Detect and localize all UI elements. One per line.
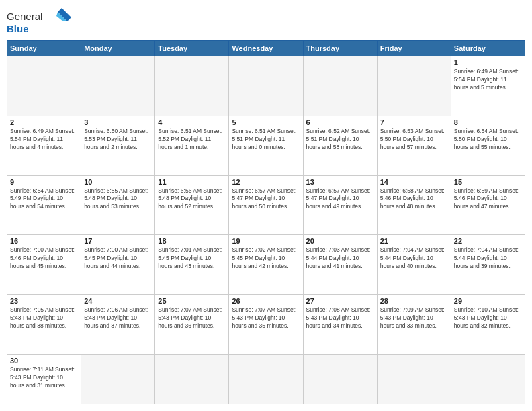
calendar-cell: 22Sunrise: 7:04 AM Sunset: 5:44 PM Dayli… <box>451 235 525 295</box>
day-info: Sunrise: 6:54 AM Sunset: 5:49 PM Dayligh… <box>10 187 78 212</box>
calendar-week-2: 9Sunrise: 6:54 AM Sunset: 5:49 PM Daylig… <box>7 175 525 235</box>
calendar-cell <box>7 56 81 116</box>
calendar-cell: 29Sunrise: 7:10 AM Sunset: 5:43 PM Dayli… <box>451 295 525 355</box>
calendar-cell: 11Sunrise: 6:56 AM Sunset: 5:48 PM Dayli… <box>155 175 229 235</box>
day-info: Sunrise: 7:11 AM Sunset: 5:43 PM Dayligh… <box>10 366 78 390</box>
calendar-cell <box>81 354 155 404</box>
day-number: 13 <box>306 178 374 186</box>
day-number: 27 <box>306 297 374 305</box>
calendar-header-row: SundayMondayTuesdayWednesdayThursdayFrid… <box>7 41 525 56</box>
calendar-cell: 8Sunrise: 6:54 AM Sunset: 5:50 PM Daylig… <box>451 116 525 175</box>
day-info: Sunrise: 6:49 AM Sunset: 5:54 PM Dayligh… <box>454 68 522 92</box>
calendar-header-saturday: Saturday <box>451 41 525 56</box>
day-info: Sunrise: 7:03 AM Sunset: 5:44 PM Dayligh… <box>306 246 374 271</box>
calendar-cell: 19Sunrise: 7:02 AM Sunset: 5:45 PM Dayli… <box>229 235 303 295</box>
calendar-cell: 15Sunrise: 6:59 AM Sunset: 5:46 PM Dayli… <box>451 175 525 235</box>
calendar-cell <box>451 354 525 404</box>
day-info: Sunrise: 6:53 AM Sunset: 5:50 PM Dayligh… <box>380 128 448 152</box>
svg-text:General: General <box>7 11 42 22</box>
calendar-cell: 12Sunrise: 6:57 AM Sunset: 5:47 PM Dayli… <box>229 175 303 235</box>
calendar-cell: 27Sunrise: 7:08 AM Sunset: 5:43 PM Dayli… <box>303 295 377 355</box>
calendar-cell: 14Sunrise: 6:58 AM Sunset: 5:46 PM Dayli… <box>377 175 451 235</box>
calendar-table: SundayMondayTuesdayWednesdayThursdayFrid… <box>7 40 525 404</box>
day-info: Sunrise: 7:04 AM Sunset: 5:44 PM Dayligh… <box>454 246 522 271</box>
day-number: 4 <box>158 118 226 126</box>
calendar-cell: 17Sunrise: 7:00 AM Sunset: 5:45 PM Dayli… <box>81 235 155 295</box>
day-number: 29 <box>454 297 522 305</box>
day-info: Sunrise: 6:56 AM Sunset: 5:48 PM Dayligh… <box>158 187 226 212</box>
calendar-cell: 7Sunrise: 6:53 AM Sunset: 5:50 PM Daylig… <box>377 116 451 175</box>
calendar-header-friday: Friday <box>377 41 451 56</box>
day-info: Sunrise: 6:57 AM Sunset: 5:47 PM Dayligh… <box>232 187 300 212</box>
day-number: 22 <box>454 237 522 245</box>
calendar-cell: 30Sunrise: 7:11 AM Sunset: 5:43 PM Dayli… <box>7 354 81 404</box>
day-info: Sunrise: 7:01 AM Sunset: 5:45 PM Dayligh… <box>158 246 226 271</box>
calendar-week-4: 23Sunrise: 7:05 AM Sunset: 5:43 PM Dayli… <box>7 295 525 355</box>
calendar-cell: 4Sunrise: 6:51 AM Sunset: 5:52 PM Daylig… <box>155 116 229 175</box>
calendar-cell <box>303 56 377 116</box>
day-info: Sunrise: 6:58 AM Sunset: 5:46 PM Dayligh… <box>380 187 448 212</box>
day-info: Sunrise: 6:59 AM Sunset: 5:46 PM Dayligh… <box>454 187 522 212</box>
svg-text:Blue: Blue <box>7 23 29 34</box>
day-info: Sunrise: 6:49 AM Sunset: 5:54 PM Dayligh… <box>10 128 78 152</box>
day-number: 12 <box>232 178 300 186</box>
calendar-cell: 6Sunrise: 6:52 AM Sunset: 5:51 PM Daylig… <box>303 116 377 175</box>
calendar-cell <box>303 354 377 404</box>
calendar-cell: 24Sunrise: 7:06 AM Sunset: 5:43 PM Dayli… <box>81 295 155 355</box>
day-info: Sunrise: 7:05 AM Sunset: 5:43 PM Dayligh… <box>10 306 78 330</box>
calendar-week-3: 16Sunrise: 7:00 AM Sunset: 5:46 PM Dayli… <box>7 235 525 295</box>
calendar-cell: 10Sunrise: 6:55 AM Sunset: 5:48 PM Dayli… <box>81 175 155 235</box>
day-info: Sunrise: 7:09 AM Sunset: 5:43 PM Dayligh… <box>380 306 448 330</box>
day-info: Sunrise: 6:51 AM Sunset: 5:52 PM Dayligh… <box>158 128 226 152</box>
day-number: 15 <box>454 178 522 186</box>
calendar-cell: 3Sunrise: 6:50 AM Sunset: 5:53 PM Daylig… <box>81 116 155 175</box>
calendar-week-5: 30Sunrise: 7:11 AM Sunset: 5:43 PM Dayli… <box>7 354 525 404</box>
calendar-week-1: 2Sunrise: 6:49 AM Sunset: 5:54 PM Daylig… <box>7 116 525 175</box>
day-number: 17 <box>84 237 152 245</box>
day-number: 9 <box>10 178 78 186</box>
day-number: 7 <box>380 118 448 126</box>
calendar-cell <box>155 354 229 404</box>
calendar-cell <box>229 354 303 404</box>
calendar-header-sunday: Sunday <box>7 41 81 56</box>
calendar-cell <box>81 56 155 116</box>
calendar-cell: 28Sunrise: 7:09 AM Sunset: 5:43 PM Dayli… <box>377 295 451 355</box>
day-number: 5 <box>232 118 300 126</box>
calendar-header-tuesday: Tuesday <box>155 41 229 56</box>
day-number: 24 <box>84 297 152 305</box>
calendar-cell: 9Sunrise: 6:54 AM Sunset: 5:49 PM Daylig… <box>7 175 81 235</box>
day-number: 14 <box>380 178 448 186</box>
day-info: Sunrise: 7:04 AM Sunset: 5:44 PM Dayligh… <box>380 246 448 271</box>
calendar-week-0: 1Sunrise: 6:49 AM Sunset: 5:54 PM Daylig… <box>7 56 525 116</box>
day-info: Sunrise: 7:08 AM Sunset: 5:43 PM Dayligh… <box>306 306 374 330</box>
calendar-cell: 2Sunrise: 6:49 AM Sunset: 5:54 PM Daylig… <box>7 116 81 175</box>
day-info: Sunrise: 7:07 AM Sunset: 5:43 PM Dayligh… <box>158 306 226 330</box>
day-number: 8 <box>454 118 522 126</box>
page: General Blue SundayMondayTuesdayWednesda… <box>0 0 532 411</box>
day-info: Sunrise: 6:51 AM Sunset: 5:51 PM Dayligh… <box>232 128 300 152</box>
day-info: Sunrise: 6:57 AM Sunset: 5:47 PM Dayligh… <box>306 187 374 212</box>
day-number: 16 <box>10 237 78 245</box>
day-info: Sunrise: 7:07 AM Sunset: 5:43 PM Dayligh… <box>232 306 300 330</box>
day-number: 23 <box>10 297 78 305</box>
day-number: 20 <box>306 237 374 245</box>
day-number: 11 <box>158 178 226 186</box>
day-number: 3 <box>84 118 152 126</box>
calendar-cell <box>155 56 229 116</box>
calendar-header-thursday: Thursday <box>303 41 377 56</box>
calendar-cell: 21Sunrise: 7:04 AM Sunset: 5:44 PM Dayli… <box>377 235 451 295</box>
day-number: 19 <box>232 237 300 245</box>
calendar-cell: 18Sunrise: 7:01 AM Sunset: 5:45 PM Dayli… <box>155 235 229 295</box>
day-info: Sunrise: 7:06 AM Sunset: 5:43 PM Dayligh… <box>84 306 152 330</box>
calendar-cell <box>377 354 451 404</box>
day-number: 6 <box>306 118 374 126</box>
calendar-cell: 23Sunrise: 7:05 AM Sunset: 5:43 PM Dayli… <box>7 295 81 355</box>
day-info: Sunrise: 6:54 AM Sunset: 5:50 PM Dayligh… <box>454 128 522 152</box>
day-info: Sunrise: 6:55 AM Sunset: 5:48 PM Dayligh… <box>84 187 152 212</box>
logo-svg: General Blue <box>7 7 74 36</box>
day-number: 21 <box>380 237 448 245</box>
calendar-cell <box>377 56 451 116</box>
calendar-cell: 20Sunrise: 7:03 AM Sunset: 5:44 PM Dayli… <box>303 235 377 295</box>
header: General Blue <box>7 7 525 36</box>
day-info: Sunrise: 7:00 AM Sunset: 5:46 PM Dayligh… <box>10 246 78 271</box>
